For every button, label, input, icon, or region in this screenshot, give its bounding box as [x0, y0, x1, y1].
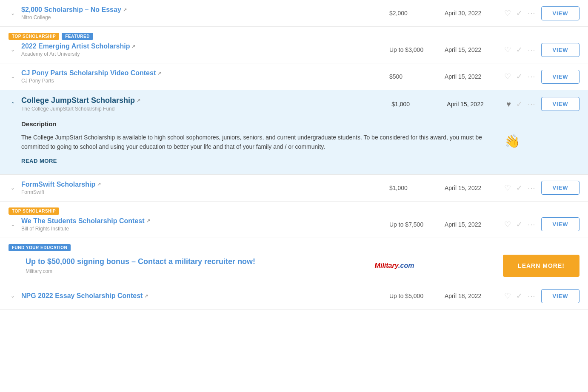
fund-info: Up to $50,000 signing bonus – Contact a … — [26, 257, 358, 274]
favorite-icon[interactable]: ♥ — [506, 100, 511, 108]
more-options-icon[interactable]: ⋯ — [528, 291, 536, 301]
scholarship-title[interactable]: CJ Pony Parts Scholarship Video Contest … — [21, 69, 161, 77]
more-options-icon[interactable]: ⋯ — [528, 183, 536, 193]
amount: $1,000 — [389, 185, 440, 191]
check-icon[interactable]: ✓ — [516, 73, 522, 80]
org-name: Nitro College — [21, 14, 385, 20]
amount: Up to $3,000 — [389, 46, 440, 53]
scholarship-info: CJ Pony Parts Scholarship Video Contest … — [21, 69, 385, 84]
view-button[interactable]: VIEW — [541, 289, 579, 303]
external-link-icon: ↗ — [137, 98, 140, 103]
date: April 15, 2022 — [445, 73, 500, 80]
scholarship-title[interactable]: 2022 Emerging Artist Scholarship ↗ — [21, 43, 135, 50]
favorite-icon[interactable]: ♡ — [504, 184, 511, 192]
view-button[interactable]: VIEW — [541, 217, 579, 231]
collapse-chevron[interactable]: ⌃ — [9, 100, 17, 108]
more-options-icon[interactable]: ⋯ — [528, 99, 536, 109]
org-name: The College JumpStart Scholarship Fund — [21, 106, 387, 112]
scholarship-info: $2,000 Scholarship – No Essay ↗ Nitro Co… — [21, 6, 385, 20]
favorite-icon[interactable]: ♡ — [504, 292, 511, 300]
learn-more-button[interactable]: LEARN MORE! — [503, 255, 579, 277]
org-name: CJ Pony Parts — [21, 78, 385, 84]
actions: ♥ ✓ ⋯ VIEW — [506, 97, 579, 111]
external-link-icon: ↗ — [97, 182, 101, 187]
collapse-chevron[interactable]: ⌄ — [9, 9, 17, 17]
external-link-icon: ↗ — [146, 218, 150, 224]
fund-title[interactable]: Up to $50,000 signing bonus – Contact a … — [26, 257, 358, 267]
date: April 15, 2022 — [445, 221, 500, 228]
read-more-link[interactable]: READ MORE — [21, 158, 57, 164]
scholarship-info: FormSwift Scholarship ↗ FormSwift — [21, 181, 385, 195]
description-text: The College JumpStart Scholarship is ava… — [21, 133, 489, 152]
more-options-icon[interactable]: ⋯ — [528, 45, 536, 54]
favorite-icon[interactable]: ♡ — [504, 221, 511, 228]
scholarship-title[interactable]: College JumpStart Scholarship ↗ — [21, 96, 140, 105]
top-scholarship-badge: TOP SCHOLARSHIP — [9, 33, 59, 40]
check-icon[interactable]: ✓ — [516, 100, 522, 108]
scholarship-row: ⌄ FormSwift Scholarship ↗ FormSwift $1,0… — [0, 175, 588, 202]
advertiser-logo: Military.com — [363, 262, 426, 270]
scholarship-row: ⌄ CJ Pony Parts Scholarship Video Contes… — [0, 63, 588, 90]
actions: ♡ ✓ ⋯ VIEW — [504, 217, 579, 231]
scholarship-title[interactable]: NPG 2022 Essay Scholarship Contest ↗ — [21, 292, 148, 300]
date: April 18, 2022 — [445, 293, 500, 299]
external-link-icon: ↗ — [123, 7, 127, 13]
actions: ♡ ✓ ⋯ VIEW — [504, 70, 579, 84]
org-name: Academy of Art University — [21, 51, 385, 57]
check-icon[interactable]: ✓ — [516, 9, 522, 17]
external-link-icon: ↗ — [131, 44, 135, 49]
collapse-chevron[interactable]: ⌄ — [9, 184, 17, 192]
view-button[interactable]: VIEW — [541, 97, 579, 111]
check-icon[interactable]: ✓ — [516, 292, 522, 300]
description-heading: Description — [21, 120, 579, 128]
check-icon[interactable]: ✓ — [516, 184, 522, 192]
scholarship-row: TOP SCHOLARSHIP ⌄ We The Students Schola… — [0, 202, 588, 238]
check-icon[interactable]: ✓ — [516, 46, 522, 54]
favorite-icon[interactable]: ♡ — [504, 46, 511, 54]
scholarship-row: ⌄ $2,000 Scholarship – No Essay ↗ Nitro … — [0, 0, 588, 27]
more-options-icon[interactable]: ⋯ — [528, 220, 536, 229]
collapse-chevron[interactable]: ⌄ — [9, 72, 17, 81]
check-icon[interactable]: ✓ — [516, 221, 522, 228]
scholarship-title[interactable]: FormSwift Scholarship ↗ — [21, 181, 101, 188]
scholarship-info: NPG 2022 Essay Scholarship Contest ↗ — [21, 292, 385, 300]
external-link-icon: ↗ — [157, 71, 161, 76]
collapse-chevron[interactable]: ⌄ — [9, 292, 17, 300]
actions: ♡ ✓ ⋯ VIEW — [504, 43, 579, 57]
favorite-icon[interactable]: ♡ — [504, 9, 511, 17]
badges: TOP SCHOLARSHIP — [9, 207, 579, 215]
fund-education-row: FUND YOUR EDUCATION Up to $50,000 signin… — [0, 238, 588, 283]
expanded-content: Description The College JumpStart Schola… — [9, 112, 579, 168]
collapse-chevron[interactable]: ⌄ — [9, 220, 17, 229]
date: April 30, 2022 — [445, 10, 500, 17]
more-options-icon[interactable]: ⋯ — [528, 72, 536, 81]
external-link-icon: ↗ — [144, 293, 148, 299]
amount: Up to $7,500 — [389, 221, 440, 228]
date: April 15, 2022 — [445, 185, 500, 191]
amount: Up to $5,000 — [389, 293, 440, 299]
view-button[interactable]: VIEW — [541, 43, 579, 57]
top-scholarship-badge: TOP SCHOLARSHIP — [9, 207, 59, 215]
scholarship-title[interactable]: $2,000 Scholarship – No Essay ↗ — [21, 6, 127, 14]
org-name: FormSwift — [21, 189, 385, 195]
actions: ♡ ✓ ⋯ VIEW — [504, 6, 579, 20]
view-button[interactable]: VIEW — [541, 70, 579, 84]
featured-badge: FEATURED — [62, 33, 93, 40]
amount: $2,000 — [389, 10, 440, 17]
collapse-chevron[interactable]: ⌄ — [9, 45, 17, 54]
view-button[interactable]: VIEW — [541, 181, 579, 195]
scholarship-title[interactable]: We The Students Scholarship Contest ↗ — [21, 217, 150, 225]
scholarship-info: 2022 Emerging Artist Scholarship ↗ Acade… — [21, 43, 385, 57]
view-button[interactable]: VIEW — [541, 6, 579, 20]
scholarship-list: ⌄ $2,000 Scholarship – No Essay ↗ Nitro … — [0, 0, 588, 392]
scholarship-row: ⌄ NPG 2022 Essay Scholarship Contest ↗ U… — [0, 283, 588, 310]
fund-education-badge: FUND YOUR EDUCATION — [9, 244, 71, 251]
date: April 15, 2022 — [445, 46, 500, 53]
more-options-icon[interactable]: ⋯ — [528, 9, 536, 18]
amount: $1,000 — [391, 101, 442, 108]
scholarship-row-expanded: ⌃ College JumpStart Scholarship ↗ The Co… — [0, 90, 588, 175]
favorite-icon[interactable]: ♡ — [504, 73, 511, 80]
actions: ♡ ✓ ⋯ VIEW — [504, 289, 579, 303]
fund-inner: Up to $50,000 signing bonus – Contact a … — [9, 255, 579, 277]
actions: ♡ ✓ ⋯ VIEW — [504, 181, 579, 195]
